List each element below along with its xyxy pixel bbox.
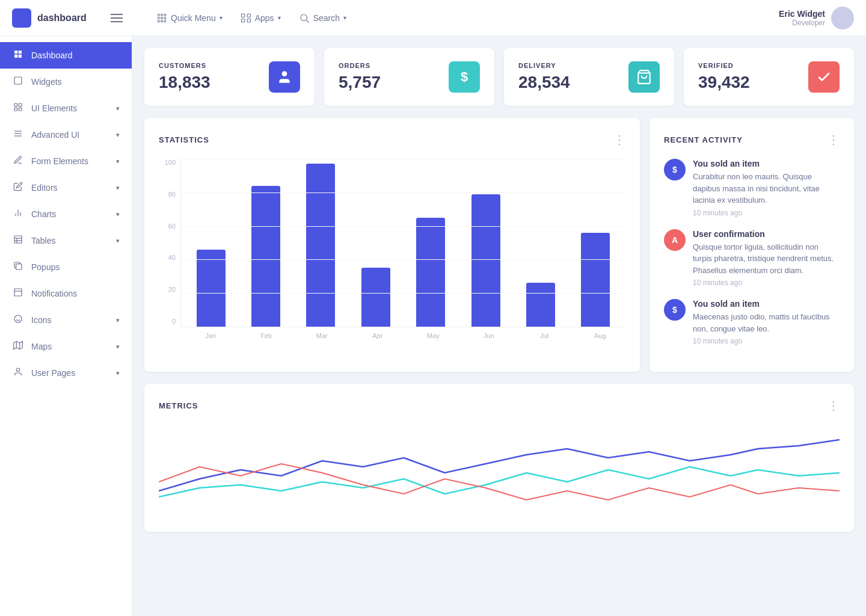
quick-menu-arrow: ▾	[220, 14, 223, 21]
sidebar-item-label: Charts	[31, 209, 109, 219]
activity-item-title: User confirmation	[693, 229, 840, 239]
sidebar-item-label: Tables	[31, 236, 109, 245]
sidebar-item-label: Editors	[31, 183, 109, 192]
stat-label: DELIVERY	[518, 62, 570, 69]
chart-options-button[interactable]: ⋮	[613, 132, 625, 147]
stat-card-customers: CUSTOMERS 18,833	[144, 48, 315, 106]
svg-rect-11	[241, 19, 244, 22]
svg-rect-20	[14, 103, 17, 106]
x-label-apr: Apr	[352, 332, 404, 339]
svg-point-1	[161, 14, 163, 16]
stat-value: 18,833	[159, 73, 210, 92]
stat-card-verified: VERIFIED 39,432	[684, 48, 854, 106]
brand-logo	[12, 8, 31, 28]
metrics-options-button[interactable]: ⋮	[828, 398, 840, 413]
activity-item-title: You sold an item	[693, 159, 840, 168]
stat-card-delivery: DELIVERY 28,534	[504, 48, 674, 106]
sidebar-item-notifications[interactable]: Notifications	[0, 280, 132, 307]
bar-mar	[296, 159, 346, 327]
sidebar-item-label: Dashboard	[31, 51, 120, 60]
svg-line-14	[306, 20, 309, 22]
svg-rect-35	[16, 264, 22, 270]
svg-point-38	[14, 315, 22, 322]
apps-arrow: ▾	[278, 14, 281, 21]
stat-label: CUSTOMERS	[159, 62, 210, 69]
sidebar-item-label: Widgets	[31, 77, 120, 87]
chevron-down-icon: ▾	[116, 369, 120, 377]
metrics-title: METRICS	[159, 401, 198, 410]
activity-avatar: $	[664, 299, 686, 321]
sidebar-item-maps[interactable]: Maps ▾	[0, 333, 132, 360]
quick-menu-button[interactable]: Quick Menu ▾	[156, 13, 223, 23]
user-pages-icon	[12, 367, 24, 379]
chevron-down-icon: ▾	[116, 158, 120, 165]
sidebar-item-icons[interactable]: Icons ▾	[0, 307, 132, 333]
ui-elements-icon	[12, 102, 24, 114]
x-axis: Jan Feb Mar Apr May Jun Jul Aug	[159, 332, 625, 339]
svg-rect-19	[14, 77, 22, 84]
nav-center: Quick Menu ▾ Apps ▾ Search ▾	[144, 13, 779, 23]
search-arrow: ▾	[343, 14, 346, 21]
chevron-down-icon: ▾	[116, 105, 120, 112]
delivery-icon-box	[628, 61, 660, 93]
sidebar-item-widgets[interactable]: Widgets	[0, 69, 132, 95]
activity-item: $ You sold an item Maecenas justo odio, …	[664, 299, 840, 345]
stat-cards: CUSTOMERS 18,833 ORDERS 5,757 $ DELIVER	[144, 48, 854, 106]
search-button[interactable]: Search ▾	[299, 13, 346, 23]
x-label-aug: Aug	[575, 332, 626, 339]
svg-rect-15	[14, 51, 17, 54]
svg-rect-12	[247, 19, 250, 22]
activity-item-title: You sold an item	[693, 299, 840, 309]
avatar[interactable]	[831, 7, 854, 29]
main-content: CUSTOMERS 18,833 ORDERS 5,757 $ DELIVER	[132, 36, 866, 616]
svg-point-0	[158, 14, 159, 16]
sidebar-item-popups[interactable]: Popups	[0, 254, 132, 280]
stat-value: 28,534	[518, 73, 570, 92]
activity-item-time: 10 minutes ago	[693, 337, 840, 345]
tables-icon	[12, 235, 24, 247]
sidebar-item-label: UI Elements	[31, 103, 109, 113]
stat-value: 5,757	[339, 73, 381, 92]
sidebar-item-form-elements[interactable]: Form Elements ▾	[0, 148, 132, 174]
stat-value: 39,432	[698, 73, 750, 92]
sidebar-item-editors[interactable]: Editors ▾	[0, 174, 132, 201]
stat-label: ORDERS	[339, 62, 381, 69]
bar-may	[406, 159, 456, 327]
notifications-icon	[12, 288, 24, 300]
chart-title: STATISTICS	[159, 135, 209, 144]
dashboard-icon	[12, 49, 24, 61]
orders-icon-box: $	[449, 61, 480, 93]
stat-label: VERIFIED	[698, 62, 750, 69]
chevron-down-icon: ▾	[116, 237, 120, 245]
hamburger-button[interactable]	[111, 14, 123, 22]
activity-options-button[interactable]: ⋮	[828, 132, 840, 147]
bar-jun	[461, 159, 511, 327]
svg-point-6	[158, 20, 159, 22]
apps-button[interactable]: Apps ▾	[241, 13, 281, 23]
form-elements-icon	[12, 155, 24, 167]
customers-icon-box	[269, 61, 300, 93]
statistics-chart-card: STATISTICS ⋮ 0 20 40 60 80 100	[144, 118, 640, 372]
svg-point-8	[164, 20, 166, 22]
sidebar-item-advanced-ui[interactable]: Advanced UI ▾	[0, 122, 132, 148]
chevron-down-icon: ▾	[116, 316, 120, 324]
sidebar-item-charts[interactable]: Charts ▾	[0, 201, 132, 227]
icons-icon	[12, 314, 24, 326]
bar-aug	[571, 159, 621, 327]
layout: Dashboard Widgets UI Elements ▾ Advanced…	[0, 36, 866, 616]
activity-title: RECENT ACTIVITY	[664, 135, 743, 144]
advanced-ui-icon	[12, 129, 24, 141]
sidebar-item-dashboard[interactable]: Dashboard	[0, 42, 132, 69]
sidebar-item-ui-elements[interactable]: UI Elements ▾	[0, 95, 132, 122]
sidebar-item-label: Form Elements	[31, 156, 109, 166]
sidebar-item-user-pages[interactable]: User Pages ▾	[0, 360, 132, 386]
svg-rect-10	[247, 14, 250, 17]
svg-point-3	[158, 17, 159, 19]
activity-item-text: Maecenas justo odio, mattis ut faucibus …	[693, 311, 840, 334]
sidebar: Dashboard Widgets UI Elements ▾ Advanced…	[0, 36, 132, 616]
activity-avatar: $	[664, 159, 686, 180]
sidebar-item-label: Notifications	[31, 289, 120, 298]
svg-marker-41	[14, 341, 23, 349]
sidebar-item-tables[interactable]: Tables ▾	[0, 227, 132, 254]
svg-rect-17	[14, 55, 17, 58]
